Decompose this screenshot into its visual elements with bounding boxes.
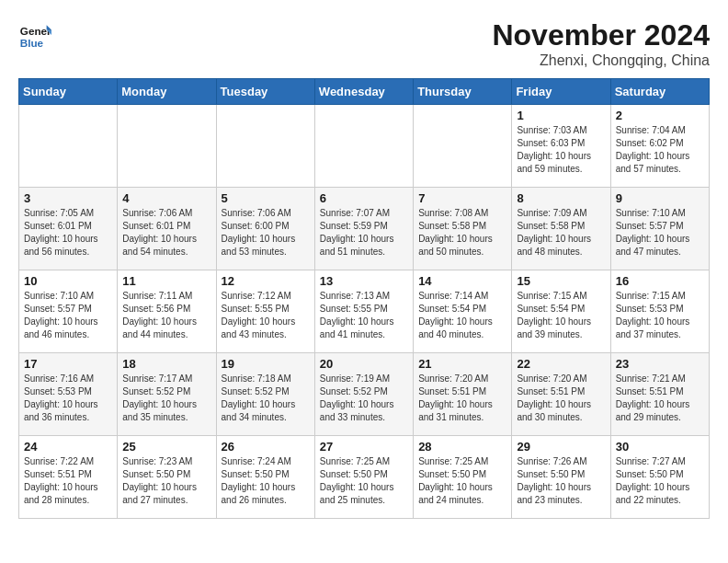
day-number: 26 [222,440,310,454]
day-info: Sunrise: 7:15 AM Sunset: 5:54 PM Dayligh… [517,290,605,341]
calendar-cell: 9Sunrise: 7:10 AM Sunset: 5:57 PM Daylig… [610,188,709,270]
day-info: Sunrise: 7:07 AM Sunset: 5:59 PM Dayligh… [320,207,408,259]
calendar-cell: 21Sunrise: 7:20 AM Sunset: 5:51 PM Dayli… [414,353,512,436]
calendar-table: SundayMondayTuesdayWednesdayThursdayFrid… [18,78,710,519]
day-info: Sunrise: 7:19 AM Sunset: 5:52 PM Dayligh… [320,373,408,424]
day-info: Sunrise: 7:23 AM Sunset: 5:50 PM Dayligh… [122,455,210,507]
calendar-cell: 13Sunrise: 7:13 AM Sunset: 5:55 PM Dayli… [314,270,413,353]
calendar-cell: 12Sunrise: 7:12 AM Sunset: 5:55 PM Dayli… [216,270,314,353]
day-info: Sunrise: 7:24 AM Sunset: 5:50 PM Dayligh… [222,455,310,507]
day-number: 17 [24,357,112,371]
calendar-cell: 4Sunrise: 7:06 AM Sunset: 6:01 PM Daylig… [118,188,216,270]
calendar-cell: 16Sunrise: 7:15 AM Sunset: 5:53 PM Dayli… [610,270,709,353]
page-header: General Blue November 2024 Zhenxi, Chong… [18,18,710,69]
day-number: 25 [122,440,210,454]
day-info: Sunrise: 7:08 AM Sunset: 5:58 PM Dayligh… [418,207,506,259]
calendar-cell: 3Sunrise: 7:05 AM Sunset: 6:01 PM Daylig… [19,188,118,270]
day-number: 13 [320,274,408,288]
day-info: Sunrise: 7:10 AM Sunset: 5:57 PM Dayligh… [24,290,112,341]
day-info: Sunrise: 7:21 AM Sunset: 5:51 PM Dayligh… [616,373,704,424]
day-number: 1 [517,109,605,122]
day-number: 9 [616,191,704,205]
weekday-header-wednesday: Wednesday [314,79,413,105]
day-number: 30 [616,440,704,454]
day-number: 19 [222,357,310,371]
logo-icon: General Blue [18,18,51,52]
day-info: Sunrise: 7:27 AM Sunset: 5:50 PM Dayligh… [616,455,704,507]
day-info: Sunrise: 7:06 AM Sunset: 6:01 PM Dayligh… [122,207,210,259]
calendar-cell [314,105,413,188]
calendar-cell [19,105,118,188]
calendar-cell: 29Sunrise: 7:26 AM Sunset: 5:50 PM Dayli… [512,436,610,519]
title-block: November 2024 Zhenxi, Chongqing, China [492,18,710,69]
day-number: 4 [122,191,210,205]
day-info: Sunrise: 7:20 AM Sunset: 5:51 PM Dayligh… [418,373,506,424]
day-number: 6 [320,191,408,205]
day-info: Sunrise: 7:12 AM Sunset: 5:55 PM Dayligh… [222,290,310,341]
calendar-cell: 5Sunrise: 7:06 AM Sunset: 6:00 PM Daylig… [216,188,314,270]
calendar-cell: 14Sunrise: 7:14 AM Sunset: 5:54 PM Dayli… [414,270,512,353]
day-info: Sunrise: 7:06 AM Sunset: 6:00 PM Dayligh… [222,207,310,259]
calendar-cell: 1Sunrise: 7:03 AM Sunset: 6:03 PM Daylig… [512,105,610,188]
day-info: Sunrise: 7:18 AM Sunset: 5:52 PM Dayligh… [222,373,310,424]
calendar-cell: 10Sunrise: 7:10 AM Sunset: 5:57 PM Dayli… [19,270,118,353]
day-number: 24 [24,440,112,454]
weekday-header-monday: Monday [118,79,216,105]
calendar-cell: 15Sunrise: 7:15 AM Sunset: 5:54 PM Dayli… [512,270,610,353]
calendar-cell [118,105,216,188]
day-info: Sunrise: 7:25 AM Sunset: 5:50 PM Dayligh… [418,455,506,507]
calendar-cell [216,105,314,188]
day-number: 7 [418,191,506,205]
calendar-cell: 7Sunrise: 7:08 AM Sunset: 5:58 PM Daylig… [414,188,512,270]
calendar-cell: 22Sunrise: 7:20 AM Sunset: 5:51 PM Dayli… [512,353,610,436]
weekday-header-friday: Friday [512,79,610,105]
day-number: 15 [517,274,605,288]
calendar-cell: 27Sunrise: 7:25 AM Sunset: 5:50 PM Dayli… [314,436,413,519]
day-number: 18 [122,357,210,371]
day-number: 29 [517,440,605,454]
day-number: 14 [418,274,506,288]
location-subtitle: Zhenxi, Chongqing, China [492,52,710,69]
calendar-cell: 28Sunrise: 7:25 AM Sunset: 5:50 PM Dayli… [414,436,512,519]
day-number: 16 [616,274,704,288]
day-info: Sunrise: 7:09 AM Sunset: 5:58 PM Dayligh… [517,207,605,259]
day-number: 27 [320,440,408,454]
day-number: 3 [24,191,112,205]
day-info: Sunrise: 7:16 AM Sunset: 5:53 PM Dayligh… [24,373,112,424]
calendar-cell: 19Sunrise: 7:18 AM Sunset: 5:52 PM Dayli… [216,353,314,436]
weekday-header-saturday: Saturday [610,79,709,105]
calendar-cell: 18Sunrise: 7:17 AM Sunset: 5:52 PM Dayli… [118,353,216,436]
day-number: 23 [616,357,704,371]
calendar-cell: 26Sunrise: 7:24 AM Sunset: 5:50 PM Dayli… [216,436,314,519]
day-info: Sunrise: 7:14 AM Sunset: 5:54 PM Dayligh… [418,290,506,341]
day-info: Sunrise: 7:25 AM Sunset: 5:50 PM Dayligh… [320,455,408,507]
calendar-cell: 23Sunrise: 7:21 AM Sunset: 5:51 PM Dayli… [610,353,709,436]
weekday-header-tuesday: Tuesday [216,79,314,105]
day-info: Sunrise: 7:11 AM Sunset: 5:56 PM Dayligh… [122,290,210,341]
weekday-header-thursday: Thursday [414,79,512,105]
day-info: Sunrise: 7:05 AM Sunset: 6:01 PM Dayligh… [24,207,112,259]
day-number: 28 [418,440,506,454]
day-number: 20 [320,357,408,371]
day-info: Sunrise: 7:15 AM Sunset: 5:53 PM Dayligh… [616,290,704,341]
day-number: 11 [122,274,210,288]
day-info: Sunrise: 7:03 AM Sunset: 6:03 PM Dayligh… [517,124,605,176]
day-number: 21 [418,357,506,371]
day-info: Sunrise: 7:04 AM Sunset: 6:02 PM Dayligh… [616,124,704,176]
day-number: 5 [222,191,310,205]
logo: General Blue [18,18,51,52]
calendar-cell [414,105,512,188]
calendar-cell: 20Sunrise: 7:19 AM Sunset: 5:52 PM Dayli… [314,353,413,436]
day-number: 8 [517,191,605,205]
weekday-header-sunday: Sunday [19,79,118,105]
day-number: 12 [222,274,310,288]
day-number: 10 [24,274,112,288]
day-info: Sunrise: 7:22 AM Sunset: 5:51 PM Dayligh… [24,455,112,507]
calendar-cell: 17Sunrise: 7:16 AM Sunset: 5:53 PM Dayli… [19,353,118,436]
calendar-cell: 11Sunrise: 7:11 AM Sunset: 5:56 PM Dayli… [118,270,216,353]
calendar-cell: 2Sunrise: 7:04 AM Sunset: 6:02 PM Daylig… [610,105,709,188]
month-title: November 2024 [492,18,710,52]
calendar-cell: 24Sunrise: 7:22 AM Sunset: 5:51 PM Dayli… [19,436,118,519]
day-info: Sunrise: 7:26 AM Sunset: 5:50 PM Dayligh… [517,455,605,507]
calendar-cell: 6Sunrise: 7:07 AM Sunset: 5:59 PM Daylig… [314,188,413,270]
